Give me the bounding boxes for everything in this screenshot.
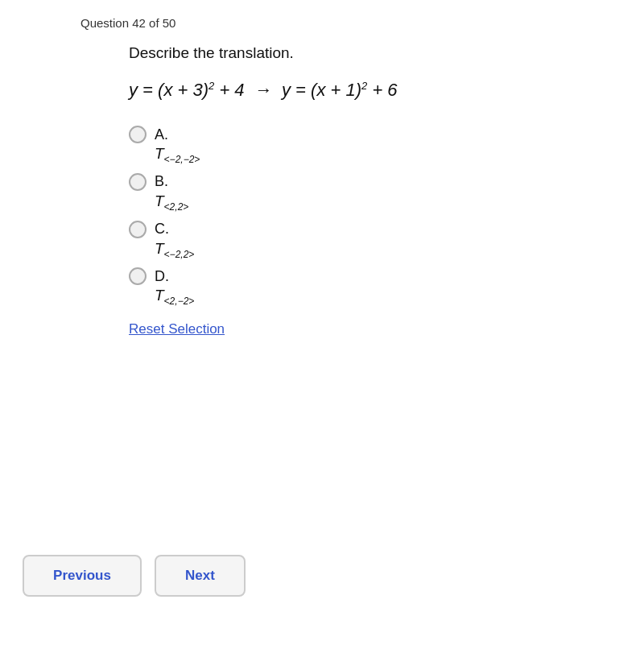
radio-c[interactable] <box>129 221 147 238</box>
reset-selection-link[interactable]: Reset Selection <box>129 321 225 337</box>
option-item-b: B. T<2,2> <box>129 173 596 213</box>
option-item-a: A. T<−2,−2> <box>129 126 596 165</box>
radio-a[interactable] <box>129 126 147 143</box>
question-prompt: Describe the translation. <box>129 44 596 62</box>
question-counter: Question 42 of 50 <box>80 16 644 30</box>
page-container: Question 42 of 50 Describe the translati… <box>0 0 644 645</box>
option-label-a: A. <box>155 126 168 143</box>
next-button[interactable]: Next <box>155 555 246 597</box>
option-row-d[interactable]: D. <box>129 267 596 285</box>
options-list: A. T<−2,−2> B. T<2,2> C. <box>129 126 596 307</box>
option-item-c: C. T<−2,2> <box>129 221 596 260</box>
bottom-buttons: Previous Next <box>23 555 246 597</box>
option-value-b: T<2,2> <box>155 192 596 213</box>
option-item-d: D. T<2,−2> <box>129 267 596 307</box>
radio-d[interactable] <box>129 267 147 285</box>
main-content: Describe the translation. y = (x + 3)2 +… <box>129 44 596 337</box>
option-row-b[interactable]: B. <box>129 173 596 191</box>
option-value-d: T<2,−2> <box>155 287 596 307</box>
equation-display: y = (x + 3)2 + 4 → y = (x + 1)2 + 6 <box>129 76 596 103</box>
radio-b[interactable] <box>129 173 147 191</box>
option-value-c: T<−2,2> <box>155 240 596 260</box>
option-label-c: C. <box>155 221 169 238</box>
option-value-a: T<−2,−2> <box>155 145 596 165</box>
option-label-b: B. <box>155 173 168 190</box>
option-row-c[interactable]: C. <box>129 221 596 238</box>
option-label-d: D. <box>155 268 169 285</box>
option-row-a[interactable]: A. <box>129 126 596 143</box>
counter-text: Question 42 of 50 <box>80 16 175 30</box>
previous-button[interactable]: Previous <box>23 555 142 597</box>
